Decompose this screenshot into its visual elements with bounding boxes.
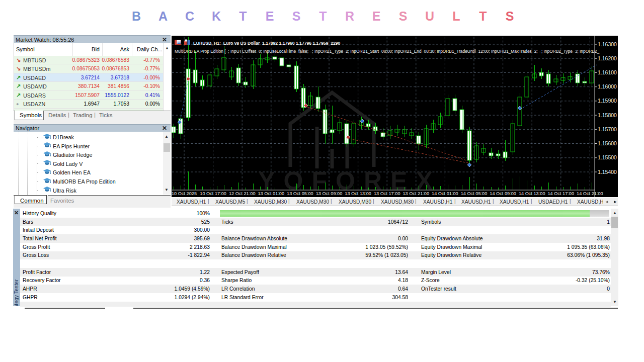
svg-text:10 Oct 2025: 10 Oct 2025 [172,191,197,196]
svg-text:1.16200: 1.16200 [598,55,617,61]
svg-text:13 Oct 17:00: 13 Oct 17:00 [374,191,400,196]
svg-text:12 Oct 21:00: 12 Oct 21:00 [229,191,256,196]
svg-text:14 Oct 01:00: 14 Oct 01:00 [432,191,458,196]
svg-text:1.15900: 1.15900 [598,98,617,104]
svg-text:13 Oct 05:00: 13 Oct 05:00 [287,191,313,196]
svg-text:1.15400: 1.15400 [598,169,617,175]
svg-text:13 Oct 13:00: 13 Oct 13:00 [345,191,371,196]
svg-text:1.16100: 1.16100 [598,69,617,75]
svg-text:14 Oct 13:00: 14 Oct 13:00 [519,191,545,196]
svg-text:1.15800: 1.15800 [598,112,617,118]
svg-text:1.15600: 1.15600 [598,140,617,146]
svg-text:1.15500: 1.15500 [598,154,617,160]
svg-text:1.16300: 1.16300 [598,41,617,47]
svg-text:10 Oct 17:00: 10 Oct 17:00 [200,191,226,196]
svg-text:14 Oct 09:00: 14 Oct 09:00 [490,191,516,196]
svg-text:14 Oct 17:00: 14 Oct 17:00 [547,191,574,196]
svg-text:14 Oct 21:00: 14 Oct 21:00 [577,191,603,196]
svg-text:EURUSD, H1: Euro vs US Dollar: EURUSD, H1: Euro vs US Dollar 1.17892 1.… [193,41,341,46]
svg-text:13 Oct 01:00: 13 Oct 01:00 [258,191,284,196]
svg-text:1.16000: 1.16000 [598,83,617,89]
svg-text:13 Oct 09:00: 13 Oct 09:00 [316,191,343,196]
svg-text:13 Oct 21:00: 13 Oct 21:00 [403,191,429,196]
svg-text:MultiORB EA Prop Edition [=; I: MultiORB EA Prop Edition [=; InpUTCOffse… [175,49,599,54]
svg-text:14 Oct 05:00: 14 Oct 05:00 [461,191,488,196]
svg-text:1.15700: 1.15700 [598,126,617,132]
